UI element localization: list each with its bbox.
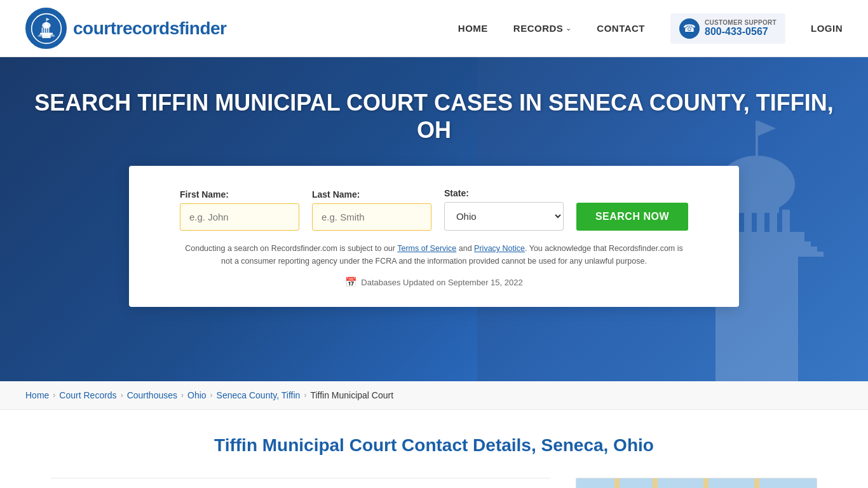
breadcrumb-courthouses[interactable]: Courthouses [127, 390, 177, 400]
details-left: Court Name: Tiffin Municipal Court State… [51, 478, 550, 488]
breadcrumb-sep-4: › [210, 391, 213, 400]
state-group: State: Ohio Alabama Alaska Arizona Arkan… [444, 188, 564, 231]
logo-icon [25, 8, 67, 49]
search-card: First Name: Last Name: State: Ohio Alaba… [129, 166, 739, 307]
first-name-group: First Name: [180, 189, 299, 231]
section-title: Tiffin Municipal Court Contact Details, … [51, 435, 817, 456]
support-box: ☎ CUSTOMER SUPPORT 800-433-0567 [670, 13, 785, 44]
hero-section: SEARCH TIFFIN MUNICIPAL COURT CASES IN S… [0, 57, 868, 381]
state-label: State: [444, 188, 564, 198]
nav-contact[interactable]: CONTACT [597, 23, 645, 34]
svg-rect-6 [48, 27, 49, 32]
svg-rect-19 [757, 210, 764, 235]
support-phone[interactable]: 800-433-0567 [705, 26, 776, 37]
map-road-v3 [703, 478, 709, 488]
headset-icon: ☎ [679, 18, 700, 39]
svg-rect-9 [44, 25, 48, 27]
support-label: CUSTOMER SUPPORT [705, 19, 776, 26]
svg-rect-18 [744, 210, 752, 235]
chevron-down-icon: ⌄ [566, 24, 571, 32]
svg-rect-10 [39, 34, 53, 36]
hero-title: SEARCH TIFFIN MUNICIPAL COURT CASES IN S… [25, 89, 843, 144]
site-logo[interactable]: courtrecordsfinder [25, 8, 227, 49]
breadcrumb-sep-5: › [304, 391, 306, 400]
map-road-v1 [614, 478, 620, 488]
disclaimer-text: Conducting a search on Recordsfinder.com… [180, 242, 688, 268]
site-header: courtrecordsfinder HOME RECORDS ⌄ CONTAC… [0, 0, 868, 57]
first-name-label: First Name: [180, 189, 299, 200]
breadcrumb-sep-3: › [181, 391, 184, 400]
breadcrumb-current: Tiffin Municipal Court [310, 390, 393, 400]
map-blue-top [576, 478, 817, 488]
last-name-label: Last Name: [312, 189, 431, 200]
calendar-icon: 📅 [345, 276, 357, 288]
logo-text: courtrecordsfinder [73, 18, 227, 39]
breadcrumb-sep-2: › [121, 391, 123, 400]
svg-rect-23 [741, 159, 773, 187]
breadcrumb-seneca[interactable]: Seneca County, Tiffin [217, 390, 301, 400]
search-button[interactable]: SEARCH NOW [576, 203, 688, 231]
support-text: CUSTOMER SUPPORT 800-433-0567 [705, 19, 776, 37]
privacy-link[interactable]: Privacy Notice [474, 244, 525, 253]
svg-rect-11 [37, 35, 55, 36]
tos-link[interactable]: Terms of Service [397, 244, 456, 253]
state-select[interactable]: Ohio Alabama Alaska Arizona Arkansas Cal… [444, 202, 564, 231]
breadcrumb-court-records[interactable]: Court Records [59, 390, 116, 400]
breadcrumb-ohio[interactable]: Ohio [187, 390, 207, 400]
map-road-v4 [754, 478, 759, 488]
breadcrumb-sep-1: › [53, 391, 55, 400]
nav-records[interactable]: RECORDS [513, 23, 564, 34]
map-road-v2 [653, 478, 658, 488]
nav-records-container: RECORDS ⌄ [513, 23, 572, 34]
search-fields: First Name: Last Name: State: Ohio Alaba… [180, 188, 688, 231]
breadcrumb: Home › Court Records › Courthouses › Ohi… [0, 381, 868, 410]
svg-rect-21 [782, 210, 790, 235]
svg-rect-3 [41, 27, 43, 32]
svg-rect-20 [770, 210, 777, 235]
nav-login[interactable]: LOGIN [811, 23, 843, 34]
svg-rect-24 [735, 203, 779, 213]
nav-home[interactable]: HOME [458, 23, 488, 34]
details-layout: Court Name: Tiffin Municipal Court State… [51, 478, 817, 488]
main-content: Tiffin Municipal Court Contact Details, … [0, 410, 868, 488]
first-name-input[interactable] [180, 203, 299, 231]
court-name-row: Court Name: Tiffin Municipal Court [51, 478, 550, 488]
svg-rect-8 [45, 22, 47, 25]
breadcrumb-home[interactable]: Home [25, 390, 49, 400]
last-name-input[interactable] [312, 203, 431, 231]
last-name-group: Last Name: [312, 189, 431, 231]
db-update: 📅 Databases Updated on September 15, 202… [180, 276, 688, 288]
map-area: 41°06'53.4"N 83°10'40... View larger map… [576, 478, 817, 488]
svg-rect-12 [46, 18, 46, 22]
svg-rect-2 [40, 32, 53, 34]
main-nav: HOME RECORDS ⌄ CONTACT ☎ CUSTOMER SUPPOR… [458, 13, 843, 44]
map-placeholder: 41°06'53.4"N 83°10'40... View larger map… [576, 478, 817, 488]
